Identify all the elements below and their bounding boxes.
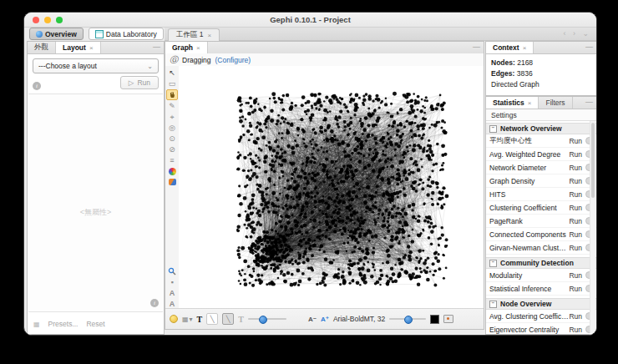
show-edge-labels-button[interactable]: T <box>238 315 244 324</box>
edge-style-curve-button[interactable]: ╲ <box>222 313 234 325</box>
node-pencil-tool[interactable]: ✎ <box>167 101 178 111</box>
tab-layout-label: Layout <box>63 43 86 52</box>
tab-overview[interactable]: Overview <box>29 28 84 40</box>
tab-layout[interactable]: Layout × <box>56 42 101 53</box>
edge-weight-slider[interactable] <box>248 318 286 320</box>
close-icon[interactable]: × <box>528 99 532 107</box>
shortest-path-tool[interactable]: ⌖ <box>167 112 178 122</box>
stats-row: Girvan-Newman ClusteringRun <box>486 241 596 255</box>
stats-run-button[interactable]: Run <box>569 217 582 225</box>
font-label[interactable]: Arial-BoldMT, 32 <box>333 315 385 323</box>
tab-statistics[interactable]: Statistics × <box>486 97 539 109</box>
color-wheel-tool[interactable] <box>167 166 178 176</box>
font-bigger-button[interactable]: A⁺ <box>321 316 329 323</box>
stats-item-label: Avg. Weighted Degree <box>489 150 569 159</box>
tab-statistics-label: Statistics <box>493 99 524 107</box>
stats-run-button[interactable]: Run <box>569 164 582 172</box>
show-edges-button[interactable]: ▦▾ <box>182 316 193 323</box>
gephi-logo-icon: Ⓖ <box>170 54 178 66</box>
stats-run-button[interactable]: Run <box>569 326 582 334</box>
tab-context[interactable]: Context × <box>486 42 534 53</box>
stats-run-button[interactable]: Run <box>569 190 582 199</box>
direct-selection-tool[interactable]: ↖ <box>167 68 178 78</box>
collapse-icon[interactable]: − <box>489 260 497 267</box>
stats-section-header[interactable]: −Node Overview <box>486 298 596 310</box>
zoom-tool[interactable] <box>167 266 178 276</box>
stats-run-button[interactable]: Run <box>569 204 582 212</box>
workspace-nav-controls[interactable]: ‹ › ⌄ <box>563 29 591 38</box>
drag-tool[interactable] <box>166 89 178 100</box>
stats-run-button[interactable]: Run <box>569 285 582 293</box>
close-icon[interactable]: × <box>89 44 94 52</box>
stats-run-button[interactable]: Run <box>569 312 582 321</box>
stats-row: Avg. Weighted DegreeRun <box>486 148 596 161</box>
stats-row: Clustering CoefficientRun <box>486 201 596 215</box>
tab-data-laboratory[interactable]: Data Laboratory <box>89 28 164 40</box>
tab-filters[interactable]: Filters <box>539 97 572 109</box>
background-color-tool[interactable]: ▪ <box>167 277 178 287</box>
stats-run-button[interactable]: Run <box>569 230 582 239</box>
minimize-panel-icon[interactable]: — <box>585 43 593 51</box>
minimize-panel-icon[interactable]: — <box>585 98 593 106</box>
stats-row: Avg. Clustering CoefficientRun <box>486 310 596 323</box>
heat-map-tool[interactable]: ◎ <box>167 123 178 133</box>
label-color-swatch[interactable] <box>430 315 439 324</box>
graph-canvas[interactable] <box>179 66 484 309</box>
stats-row: HITSRun <box>486 188 596 201</box>
stats-row: ModularityRun <box>486 269 596 282</box>
choose-layout-select[interactable]: ---Choose a layout ⌄ <box>33 58 159 73</box>
minimize-panel-icon[interactable]: — <box>473 43 480 51</box>
workspace-close-icon[interactable]: × <box>208 32 212 39</box>
layout-run-button[interactable]: ▷ Run <box>120 76 159 89</box>
font-smaller-button[interactable]: A⁻ <box>308 316 317 323</box>
layout-info-icon[interactable]: i <box>33 82 41 90</box>
workspace-tab[interactable]: 工作區 1 × <box>168 28 220 41</box>
stats-section-header[interactable]: −Community Detection <box>486 257 596 269</box>
graph-status-bar: Ⓖ Dragging (Configure) <box>165 53 484 67</box>
close-icon[interactable]: × <box>523 44 527 52</box>
stats-scrollbar[interactable] <box>590 121 595 333</box>
font-size-slider[interactable] <box>389 318 426 320</box>
layout-help-icon[interactable]: i <box>150 299 159 307</box>
stats-run-button[interactable]: Run <box>569 271 582 280</box>
stats-run-button[interactable]: Run <box>569 150 582 159</box>
stats-run-button[interactable]: Run <box>569 137 582 145</box>
rectangle-selection-tool[interactable]: ▭ <box>167 78 178 88</box>
lightbulb-icon[interactable] <box>170 315 178 323</box>
tab-graph[interactable]: Graph × <box>165 42 208 53</box>
workspace-tab-label: 工作區 1 <box>176 30 204 40</box>
caret-down-icon: ▾ <box>190 316 193 323</box>
minimize-panel-icon[interactable]: — <box>153 43 160 51</box>
stats-run-button[interactable]: Run <box>569 177 582 185</box>
tab-appearance[interactable]: 外觀 <box>28 42 56 53</box>
globe-icon <box>36 31 43 38</box>
title-bar[interactable]: Gephi 0.10.1 - Project <box>24 13 596 28</box>
close-icon[interactable]: × <box>196 44 200 52</box>
sizer-tool[interactable]: ⊘ <box>167 144 178 154</box>
settings-button[interactable]: Settings <box>486 109 596 121</box>
stats-item-label: Eigenvector Centrality <box>489 326 569 334</box>
presets-button[interactable]: Presets... <box>48 320 79 328</box>
choose-layout-value: ---Choose a layout <box>38 62 97 70</box>
font-size-slider-knob[interactable] <box>404 316 413 324</box>
context-body: Nodes: 2168 Edges: 3836 Directed Graph <box>486 54 596 94</box>
edge-color-tool[interactable] <box>167 177 178 187</box>
stats-section-header[interactable]: −Network Overview <box>486 123 596 134</box>
edge-weight-slider-knob[interactable] <box>259 316 267 324</box>
brush-tool[interactable]: ≡ <box>167 155 178 165</box>
reset-button[interactable]: Reset <box>86 320 104 328</box>
stats-item-label: Statistical Inference <box>489 285 569 293</box>
edges-label: Edges: <box>491 69 514 78</box>
collapse-icon[interactable]: − <box>489 125 497 133</box>
show-node-labels-button[interactable]: T <box>197 315 203 324</box>
stats-item-label: Modularity <box>489 271 569 280</box>
collapse-icon[interactable]: − <box>489 301 497 308</box>
node-label-color-tool[interactable]: A <box>167 288 178 298</box>
edge-style-line-button[interactable]: ╲ <box>206 313 218 325</box>
stats-run-button[interactable]: Run <box>569 244 582 252</box>
screenshot-icon[interactable] <box>443 315 453 323</box>
stats-scrollbar-thumb[interactable] <box>591 123 595 198</box>
statistics-panel-tabs: Statistics × Filters — <box>486 97 596 109</box>
painter-tool[interactable]: ⊙ <box>167 134 178 144</box>
configure-link[interactable]: (Configure) <box>215 56 251 64</box>
